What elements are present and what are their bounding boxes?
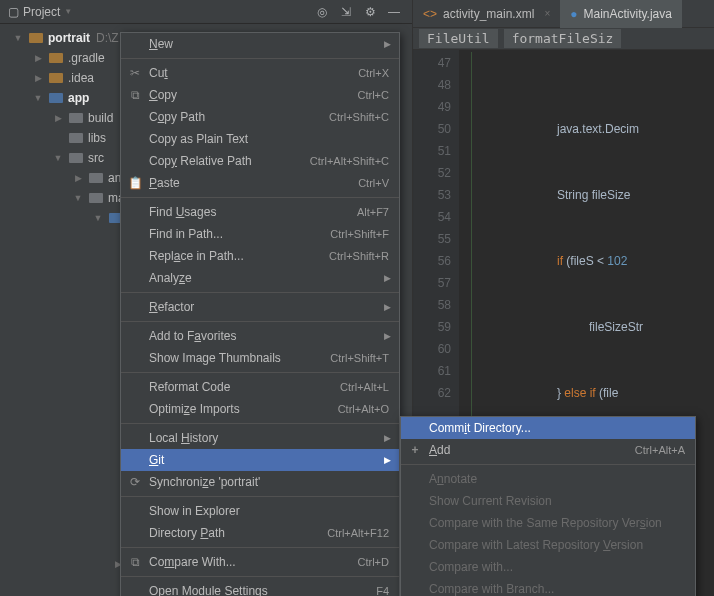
- paste-icon: 📋: [127, 176, 143, 190]
- tree-arrow-icon[interactable]: ▼: [72, 193, 84, 203]
- folder-icon: [68, 110, 84, 126]
- submenu-compare-same: Compare with the Same Repository Version: [401, 512, 695, 534]
- sync-icon: ⟳: [127, 475, 143, 489]
- project-toolbar: ▢ Project ▼ ◎ ⇲ ⚙ —: [0, 0, 412, 24]
- dropdown-arrow-icon[interactable]: ▼: [64, 7, 72, 16]
- folder-icon: [88, 190, 104, 206]
- plus-icon: +: [407, 443, 423, 457]
- menu-reformat[interactable]: Reformat CodeCtrl+Alt+L: [121, 376, 399, 398]
- folder-icon: [48, 90, 64, 106]
- editor-tabs: <> activity_main.xml × ● MainActivity.ja…: [413, 0, 714, 28]
- menu-find-in-path[interactable]: Find in Path...Ctrl+Shift+F: [121, 223, 399, 245]
- tree-arrow-icon[interactable]: ▶: [32, 53, 44, 63]
- menu-copy-path[interactable]: Copy PathCtrl+Shift+C: [121, 106, 399, 128]
- menu-paste[interactable]: 📋PasteCtrl+V: [121, 172, 399, 194]
- menu-analyze[interactable]: Analyze▶: [121, 267, 399, 289]
- tree-arrow-icon[interactable]: ▶: [32, 73, 44, 83]
- class-chip[interactable]: FileUtil: [419, 29, 498, 48]
- copy-icon: ⧉: [127, 88, 143, 102]
- tree-arrow-icon[interactable]: ▼: [12, 33, 24, 43]
- java-icon: ●: [570, 7, 577, 21]
- menu-optimize-imports[interactable]: Optimize ImportsCtrl+Alt+O: [121, 398, 399, 420]
- folder-icon: [28, 30, 44, 46]
- menu-refactor[interactable]: Refactor▶: [121, 296, 399, 318]
- folder-icon: [48, 50, 64, 66]
- menu-show-explorer[interactable]: Show in Explorer: [121, 500, 399, 522]
- menu-synchronize[interactable]: ⟳Synchronize 'portrait': [121, 471, 399, 493]
- submenu-show-revision: Show Current Revision: [401, 490, 695, 512]
- collapse-icon[interactable]: ⇲: [336, 2, 356, 22]
- hide-icon[interactable]: —: [384, 2, 404, 22]
- method-bar: FileUtil formatFileSiz: [413, 28, 714, 50]
- submenu-compare-branch: Compare with Branch...: [401, 578, 695, 596]
- menu-show-thumbnails[interactable]: Show Image ThumbnailsCtrl+Shift+T: [121, 347, 399, 369]
- menu-replace-in-path[interactable]: Replace in Path...Ctrl+Shift+R: [121, 245, 399, 267]
- submenu-compare-latest: Compare with Latest Repository Version: [401, 534, 695, 556]
- tree-arrow-icon[interactable]: ▼: [32, 93, 44, 103]
- submenu-commit-directory[interactable]: Commit Directory...: [401, 417, 695, 439]
- menu-open-module[interactable]: Open Module SettingsF4: [121, 580, 399, 596]
- tree-arrow-icon[interactable]: ▶: [52, 113, 64, 123]
- menu-copy[interactable]: ⧉CopyCtrl+C: [121, 84, 399, 106]
- submenu-add[interactable]: +AddCtrl+Alt+A: [401, 439, 695, 461]
- menu-find-usages[interactable]: Find UsagesAlt+F7: [121, 201, 399, 223]
- project-label[interactable]: Project: [23, 5, 60, 19]
- target-icon[interactable]: ◎: [312, 2, 332, 22]
- tree-arrow-icon[interactable]: ▼: [52, 153, 64, 163]
- tree-arrow-icon[interactable]: ▼: [92, 213, 104, 223]
- folder-icon: [88, 170, 104, 186]
- tab-xml[interactable]: <> activity_main.xml ×: [413, 0, 560, 28]
- menu-local-history[interactable]: Local History▶: [121, 427, 399, 449]
- menu-directory-path[interactable]: Directory PathCtrl+Alt+F12: [121, 522, 399, 544]
- cut-icon: ✂: [127, 66, 143, 80]
- submenu-annotate: Annotate: [401, 468, 695, 490]
- folder-icon: [68, 130, 84, 146]
- menu-copy-relative[interactable]: Copy Relative PathCtrl+Alt+Shift+C: [121, 150, 399, 172]
- menu-cut[interactable]: ✂CutCtrl+X: [121, 62, 399, 84]
- context-menu: New▶ ✂CutCtrl+X ⧉CopyCtrl+C Copy PathCtr…: [120, 32, 400, 596]
- xml-icon: <>: [423, 7, 437, 21]
- project-icon: ▢: [8, 5, 19, 19]
- tree-arrow-icon[interactable]: ▶: [72, 173, 84, 183]
- method-chip[interactable]: formatFileSiz: [504, 29, 622, 48]
- close-icon[interactable]: ×: [544, 8, 550, 19]
- menu-copy-plain[interactable]: Copy as Plain Text: [121, 128, 399, 150]
- menu-compare-with[interactable]: ⧉Compare With...Ctrl+D: [121, 551, 399, 573]
- tab-java[interactable]: ● MainActivity.java: [560, 0, 682, 28]
- menu-new[interactable]: New▶: [121, 33, 399, 55]
- git-submenu: Commit Directory... +AddCtrl+Alt+A Annot…: [400, 416, 696, 596]
- menu-git[interactable]: Git▶: [121, 449, 399, 471]
- compare-icon: ⧉: [127, 555, 143, 569]
- menu-add-favorites[interactable]: Add to Favorites▶: [121, 325, 399, 347]
- gear-icon[interactable]: ⚙: [360, 2, 380, 22]
- folder-icon: [68, 150, 84, 166]
- submenu-compare-with: Compare with...: [401, 556, 695, 578]
- folder-icon: [48, 70, 64, 86]
